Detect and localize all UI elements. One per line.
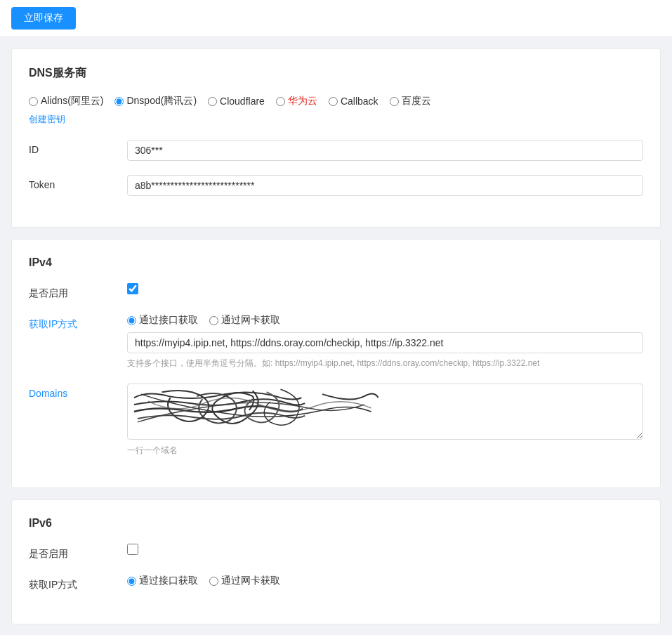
radio-cloudflare[interactable]: Cloudflare	[208, 96, 265, 107]
ip-hint: 支持多个接口，使用半角逗号分隔。如: https://myip4.ipip.ne…	[127, 358, 643, 369]
ipv4-enable-group: 是否启用	[29, 283, 643, 300]
ipv6-method-control: 通过接口获取 通过网卡获取	[127, 575, 643, 593]
dns-card: DNS服务商 Alidns(阿里云) Dnspod(腾讯云) Cloudflar…	[11, 48, 661, 228]
token-group: Token	[29, 175, 643, 196]
ipv4-enable-control	[127, 283, 643, 294]
cloudflare-label: Cloudflare	[220, 96, 265, 107]
ipv6-enable-checkbox-item[interactable]	[127, 544, 643, 555]
ipv6-method-radio-group: 通过接口获取 通过网卡获取	[127, 575, 643, 587]
ipv6-enable-checkbox[interactable]	[127, 544, 138, 555]
ipv4-enable-checkbox[interactable]	[127, 283, 138, 294]
nic6-label: 通过网卡获取	[221, 575, 280, 587]
domains-label: Domains	[29, 384, 127, 399]
ipv4-method-control: 通过接口获取 通过网卡获取 支持多个接口，使用半角逗号分隔。如: https:/…	[127, 314, 643, 369]
radio-baidu[interactable]: 百度云	[390, 95, 431, 107]
ipv4-card: IPv4 是否启用 获取IP方式 通过接口获取	[11, 239, 661, 488]
radio-nic6[interactable]: 通过网卡获取	[209, 575, 280, 587]
ipv4-method-label: 获取IP方式	[29, 314, 127, 331]
interface6-label: 通过接口获取	[139, 575, 198, 587]
radio-huawei[interactable]: 华为云	[276, 95, 317, 107]
ipv4-title: IPv4	[29, 256, 643, 269]
token-control	[127, 175, 643, 196]
page-content: DNS服务商 Alidns(阿里云) Dnspod(腾讯云) Cloudflar…	[0, 37, 672, 635]
interface-label: 通过接口获取	[139, 314, 198, 327]
token-label: Token	[29, 175, 127, 190]
radio-nic[interactable]: 通过网卡获取	[209, 314, 280, 327]
token-input[interactable]	[127, 175, 643, 196]
radio-interface6[interactable]: 通过接口获取	[127, 575, 198, 587]
huawei-label: 华为云	[288, 95, 317, 107]
baidu-label: 百度云	[402, 95, 431, 107]
domain-hint: 一行一个域名	[127, 445, 643, 457]
id-input[interactable]	[127, 140, 643, 161]
ipv6-card: IPv6 是否启用 获取IP方式 通过接口获取	[11, 499, 661, 624]
id-control	[127, 140, 643, 161]
dns-provider-control: Alidns(阿里云) Dnspod(腾讯云) Cloudflare 华为云	[29, 95, 643, 126]
radio-callback[interactable]: Callback	[329, 96, 378, 107]
callback-label: Callback	[341, 96, 378, 107]
ipv6-method-label: 获取IP方式	[29, 575, 127, 591]
ipv4-method-radio-group: 通过接口获取 通过网卡获取	[127, 314, 643, 327]
id-label: ID	[29, 140, 127, 155]
radio-alidns[interactable]: Alidns(阿里云)	[29, 95, 103, 107]
alidns-label: Alidns(阿里云)	[41, 95, 103, 107]
nic-label: 通过网卡获取	[221, 314, 280, 327]
ipv4-domains-group: Domains	[29, 384, 643, 457]
ipv6-title: IPv6	[29, 517, 643, 530]
dnspod-label: Dnspod(腾讯云)	[126, 95, 197, 107]
create-key-link[interactable]: 创建密钥	[29, 114, 65, 124]
save-button[interactable]: 立即保存	[11, 7, 76, 30]
ipv4-enable-label: 是否启用	[29, 283, 127, 300]
ipv4-enable-checkbox-item[interactable]	[127, 283, 643, 294]
domains-control: 一行一个域名	[127, 384, 643, 457]
ipv6-method-group: 获取IP方式 通过接口获取 通过网卡获取	[29, 575, 643, 593]
dns-provider-radio-group: Alidns(阿里云) Dnspod(腾讯云) Cloudflare 华为云	[29, 95, 643, 107]
dns-title: DNS服务商	[29, 66, 643, 81]
id-group: ID	[29, 140, 643, 161]
domains-textarea[interactable]	[127, 384, 643, 440]
dns-provider-group: Alidns(阿里云) Dnspod(腾讯云) Cloudflare 华为云	[29, 95, 643, 126]
ipv6-enable-group: 是否启用	[29, 544, 643, 561]
radio-dnspod[interactable]: Dnspod(腾讯云)	[114, 95, 197, 107]
domains-container	[127, 384, 643, 442]
ipv6-enable-control	[127, 544, 643, 555]
ip-url-input[interactable]	[127, 332, 643, 353]
ipv4-method-group: 获取IP方式 通过接口获取 通过网卡获取 支持多个接口，使用半角逗号分隔。如: …	[29, 314, 643, 369]
radio-interface[interactable]: 通过接口获取	[127, 314, 198, 327]
ipv6-enable-label: 是否启用	[29, 544, 127, 561]
top-bar: 立即保存	[0, 0, 672, 37]
ip-url-wrapper	[127, 332, 643, 353]
